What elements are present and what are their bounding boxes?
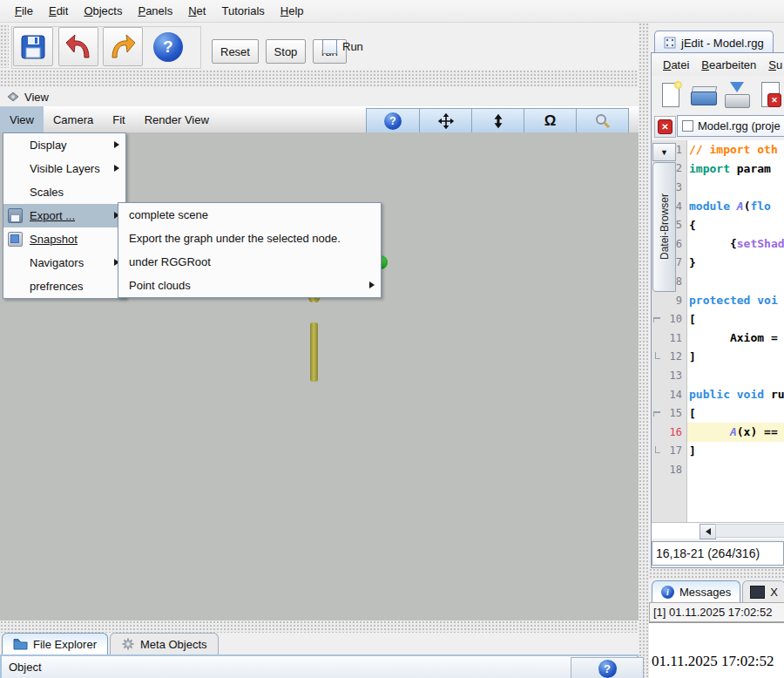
datei-browser-tab[interactable]: Datei-Browser bbox=[652, 162, 676, 292]
code-line[interactable]: 17 ] bbox=[652, 442, 784, 461]
view-menubar-item[interactable]: Fit bbox=[103, 106, 134, 132]
rotate-button[interactable]: Ω bbox=[524, 109, 576, 132]
fold-marker[interactable] bbox=[652, 291, 662, 310]
submenu-item[interactable]: under RGGRoot bbox=[118, 250, 381, 274]
menubar-item-mnemonic: H bbox=[280, 4, 288, 17]
view-menubar-item[interactable]: Render View bbox=[135, 106, 219, 132]
code-line[interactable]: 10 [ bbox=[652, 309, 784, 329]
menubar-item-label: ile bbox=[22, 4, 33, 17]
code-line[interactable]: 15 [ bbox=[652, 403, 784, 423]
menubar-item[interactable]: Help bbox=[273, 2, 312, 20]
menu-item[interactable]: Scales bbox=[3, 180, 125, 204]
view-help-button[interactable]: ? bbox=[367, 109, 419, 132]
redo-button[interactable] bbox=[103, 27, 143, 66]
code-line[interactable]: 13 bbox=[652, 366, 784, 385]
menu-item-icon bbox=[8, 208, 23, 223]
code-line[interactable]: 14 public void ru bbox=[652, 385, 784, 404]
jedit-menubar-item[interactable]: Datei bbox=[657, 56, 695, 74]
run-checkbox-row: Run bbox=[322, 39, 363, 54]
fold-marker[interactable] bbox=[652, 423, 662, 442]
jedit-window-tab[interactable]: jEdit - Model.rgg bbox=[654, 31, 774, 54]
scrollbar-track[interactable] bbox=[715, 524, 784, 538]
code-text: protected voi bbox=[686, 294, 778, 307]
fold-marker[interactable] bbox=[652, 442, 662, 461]
panel-separator[interactable] bbox=[0, 70, 639, 87]
close-icon: ✕ bbox=[767, 93, 781, 107]
submenu-item[interactable]: complete scene bbox=[118, 203, 381, 227]
fold-marker[interactable] bbox=[652, 329, 662, 348]
menubar-item[interactable]: Objects bbox=[76, 2, 130, 20]
buffer-checkbox[interactable] bbox=[682, 120, 693, 132]
help-button[interactable]: ? bbox=[148, 27, 188, 66]
view-menubar-item-label: Render View bbox=[145, 113, 209, 126]
buffer-switcher-button[interactable]: ▼ bbox=[652, 143, 676, 161]
view-menubar-item[interactable]: View bbox=[0, 106, 44, 132]
fold-marker[interactable] bbox=[652, 403, 662, 423]
panel-separator-vertical[interactable] bbox=[639, 23, 649, 678]
code-line[interactable]: 16 A(x) == bbox=[652, 423, 784, 442]
message-entry-bar[interactable]: [1] 01.11.2025 17:02:52 bbox=[649, 602, 784, 622]
menubar-item[interactable]: Net bbox=[180, 2, 213, 20]
menubar-item-mnemonic: P bbox=[138, 4, 145, 17]
line-number: 12 bbox=[662, 350, 686, 363]
tab-meta-objects[interactable]: Meta Objects bbox=[110, 633, 219, 654]
submenu-item[interactable]: Point clouds bbox=[118, 274, 381, 297]
jedit-menubar-item[interactable]: Bearbeiten bbox=[695, 56, 762, 74]
zoom-updown-button[interactable] bbox=[471, 109, 524, 132]
view-panel-header: View bbox=[0, 87, 639, 106]
undo-icon bbox=[64, 32, 93, 62]
file-explorer-panel: Object bbox=[0, 654, 639, 678]
run-checkbox[interactable] bbox=[322, 39, 337, 54]
submenu-item[interactable]: Export the graph under the selected node… bbox=[118, 227, 381, 250]
save-file-button[interactable] bbox=[721, 79, 751, 111]
tab-messages[interactable]: i Messages bbox=[652, 580, 740, 602]
scroll-left-button[interactable] bbox=[700, 524, 716, 539]
menubar-item-label: bjects bbox=[93, 4, 123, 17]
horizontal-scrollbar[interactable] bbox=[652, 522, 784, 539]
close-file-button[interactable]: ✕ bbox=[754, 79, 784, 111]
buffer-close-button[interactable]: ✕ bbox=[654, 116, 676, 138]
magnify-button[interactable] bbox=[576, 109, 628, 132]
panel-separator[interactable] bbox=[0, 620, 639, 633]
code-text: } bbox=[686, 256, 696, 269]
code-line[interactable]: 12 ] bbox=[652, 348, 784, 367]
stop-button[interactable]: Stop bbox=[266, 39, 307, 64]
menubar-item[interactable]: Edit bbox=[41, 2, 76, 20]
undo-button[interactable] bbox=[58, 27, 98, 66]
view-menubar-item[interactable]: Camera bbox=[44, 106, 103, 132]
menu-item[interactable]: prefrences bbox=[3, 275, 125, 298]
fold-marker[interactable] bbox=[652, 366, 662, 385]
menubar-item-mnemonic: O bbox=[84, 4, 92, 17]
menubar-item[interactable]: Panels bbox=[130, 2, 180, 20]
buffer-tab[interactable]: Model.rgg (proje bbox=[677, 115, 784, 137]
jedit-menubar: DateiBearbeitenSu bbox=[652, 53, 784, 76]
menu-item[interactable]: Export ... bbox=[3, 204, 125, 227]
fold-marker[interactable] bbox=[652, 385, 662, 404]
menu-item[interactable]: Display bbox=[3, 133, 125, 157]
tab-file-explorer[interactable]: File Explorer bbox=[2, 633, 108, 654]
menubar-item-mnemonic: F bbox=[15, 4, 22, 17]
panel-separator[interactable] bbox=[649, 568, 784, 580]
menubar-item[interactable]: File bbox=[7, 2, 41, 20]
fold-marker[interactable] bbox=[652, 309, 662, 329]
info-icon: i bbox=[661, 586, 674, 599]
file-explorer-help-button[interactable]: ? bbox=[571, 657, 644, 678]
object-column-header: Object bbox=[9, 661, 42, 674]
new-file-button[interactable] bbox=[655, 79, 685, 111]
toolbar-grip[interactable] bbox=[0, 24, 9, 68]
open-file-button[interactable] bbox=[688, 79, 718, 111]
menu-item[interactable]: Visible Layers bbox=[3, 157, 125, 180]
code-line[interactable]: 11 Axiom = bbox=[652, 329, 784, 348]
fold-marker[interactable] bbox=[652, 348, 662, 367]
fold-marker[interactable] bbox=[652, 460, 662, 479]
code-line[interactable]: 18 bbox=[652, 460, 784, 479]
pan-button[interactable] bbox=[419, 109, 471, 132]
menu-item[interactable]: Snapshot bbox=[3, 227, 125, 251]
code-line[interactable]: 9 protected voi bbox=[652, 291, 784, 310]
menu-item[interactable]: Navigators bbox=[3, 251, 125, 275]
jedit-menubar-item[interactable]: Su bbox=[762, 56, 784, 74]
save-button[interactable] bbox=[13, 27, 53, 66]
menubar-item[interactable]: Tutorials bbox=[213, 2, 272, 20]
tab-xl-console[interactable]: X bbox=[742, 580, 784, 602]
reset-button[interactable]: Reset bbox=[212, 39, 259, 64]
